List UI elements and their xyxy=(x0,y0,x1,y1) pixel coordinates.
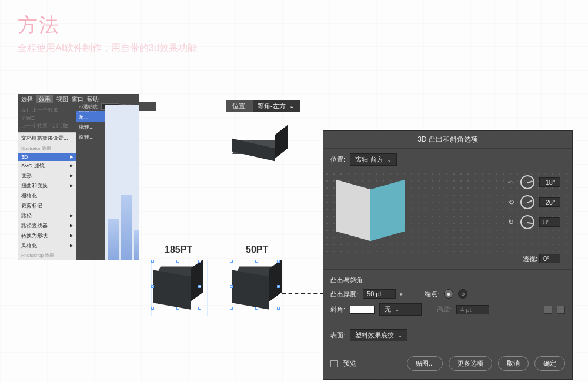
menu-item[interactable]: SVG 滤镜 xyxy=(18,161,76,171)
cap-off-icon[interactable]: ○ xyxy=(458,289,467,299)
axis-y-icon: ⟲ xyxy=(506,198,516,206)
menu-item[interactable]: 栅格化... xyxy=(18,191,76,201)
bevel-height-field: 4 pt xyxy=(456,305,489,314)
cube-50pt[interactable] xyxy=(232,262,285,314)
depth-field[interactable]: 50 pt xyxy=(363,289,396,299)
opacity-label: 不透明度: xyxy=(79,103,99,110)
cap-on-icon[interactable]: ● xyxy=(444,289,453,299)
bevel-in-icon xyxy=(544,306,552,314)
menu-item[interactable]: 变形 xyxy=(18,171,76,181)
menu-item[interactable]: 文档栅格效果设置... xyxy=(18,132,76,144)
menubar-item-active[interactable]: 效果 xyxy=(36,95,53,103)
menu-item[interactable]: 扭曲和变换 xyxy=(18,181,76,191)
menu-item[interactable]: 转换为形状 xyxy=(18,231,76,241)
menu-group-header: Photoshop 效果 xyxy=(18,251,76,260)
preview-checkbox[interactable] xyxy=(330,360,338,367)
menu-item-disabled: 上一个效果 ⌥⇧⌘E xyxy=(21,122,73,130)
cube-185pt[interactable] xyxy=(153,262,206,314)
bevel-out-icon xyxy=(557,306,565,314)
position-label: 位置: xyxy=(330,155,345,164)
depth-label: 凸出厚度: xyxy=(330,290,358,299)
heading-title: 方法 xyxy=(18,12,197,39)
menu-item-disabled: 应用上一个效果 ⇧⌘E xyxy=(21,106,73,122)
bevel-label: 斜角: xyxy=(330,305,345,314)
stepper-icon[interactable]: ▸ xyxy=(400,291,403,297)
size-label-50: 50PT xyxy=(246,244,268,255)
heading-subtitle: 全程使用AI软件制作，用自带的3d效果功能 xyxy=(18,42,197,55)
isometric-slab xyxy=(232,129,285,173)
dial-y[interactable] xyxy=(520,195,534,209)
map-art-button[interactable]: 贴图... xyxy=(407,356,443,371)
effect-3d-submenu: 凸出和斜角... 绕转... 旋转... xyxy=(76,105,105,260)
position-value: 等角-左方 xyxy=(258,102,286,110)
bevel-swatch xyxy=(350,306,375,314)
axis-z-icon: ↻ xyxy=(506,218,516,226)
dial-x[interactable] xyxy=(520,175,534,189)
orientation-cube-preview[interactable] xyxy=(336,176,407,247)
tutorial-heading: 方法 全程使用AI软件制作，用自带的3d效果功能 xyxy=(18,12,197,55)
ok-button[interactable]: 确定 xyxy=(534,356,565,371)
more-options-button[interactable]: 更多选项 xyxy=(449,356,492,371)
cap-label: 端点: xyxy=(425,290,439,299)
cancel-button[interactable]: 取消 xyxy=(498,356,529,371)
menubar-item[interactable]: 视图 xyxy=(56,95,68,103)
illustrator-menu-screenshot: 选择 效果 视图 窗口 帮助 不透明度: 100% 样式: 应用上一个效果 ⇧⌘… xyxy=(18,94,139,260)
menu-item-3d[interactable]: 3D xyxy=(18,153,76,161)
submenu-item-revolve[interactable]: 绕转... xyxy=(76,122,105,132)
position-label: 位置: xyxy=(226,102,253,110)
position-dropdown[interactable]: 离轴-前方 xyxy=(350,153,397,166)
bevel-height-label: 高度: xyxy=(437,305,452,314)
menu-item[interactable]: 路径查找器 xyxy=(18,221,76,231)
extrude-bevel-dialog: 3D 凸出和斜角选项 位置: 离轴-前方 ⤺ -18° ⟲ -26° ↻ 8° xyxy=(323,130,573,380)
perspective-field[interactable]: 0° xyxy=(539,254,560,263)
axis-y-field[interactable]: -26° xyxy=(539,197,560,207)
menu-item[interactable]: 风格化 xyxy=(18,241,76,251)
menu-item[interactable]: 裁剪标记 xyxy=(18,201,76,211)
surface-label: 表面: xyxy=(330,331,345,340)
dialog-title: 3D 凸出和斜角选项 xyxy=(323,131,572,149)
menubar-item[interactable]: 选择 xyxy=(21,95,33,103)
effect-menu: 应用上一个效果 ⇧⌘E 上一个效果 ⌥⇧⌘E 文档栅格效果设置... Illus… xyxy=(18,105,76,260)
submenu-item-rotate[interactable]: 旋转... xyxy=(76,132,105,142)
artboard-preview xyxy=(105,105,139,260)
perspective-label: 透视: xyxy=(523,255,537,262)
bevel-dropdown[interactable]: 无 xyxy=(379,303,422,316)
extrude-section-header: 凸出与斜角 xyxy=(330,276,565,284)
dial-z[interactable] xyxy=(520,215,534,229)
chevron-down-icon: ⌄ xyxy=(289,102,295,110)
menu-item[interactable]: 路径 xyxy=(18,211,76,221)
axis-z-field[interactable]: 8° xyxy=(539,217,560,227)
axis-x-field[interactable]: -18° xyxy=(539,177,560,187)
axis-x-icon: ⤺ xyxy=(506,178,516,186)
size-label-185: 185PT xyxy=(165,244,192,255)
menu-group-header: Illustrator 效果 xyxy=(18,144,76,153)
position-dropdown-small[interactable]: 位置: 等角-左方⌄ xyxy=(226,100,300,112)
connector-line xyxy=(282,293,323,294)
preview-label: 预览 xyxy=(343,359,356,368)
orientation-section: ⤺ -18° ⟲ -26° ↻ 8° xyxy=(323,170,572,252)
surface-dropdown[interactable]: 塑料效果底纹 xyxy=(350,329,407,341)
